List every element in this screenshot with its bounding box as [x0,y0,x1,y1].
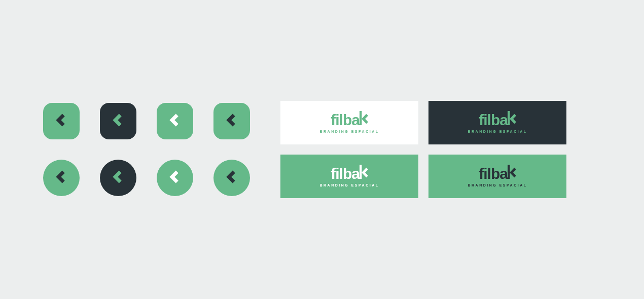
chevron-left-icon [110,168,127,188]
icon-tile-squircle-green-dark [43,103,80,139]
brand-spec-sheet: filbaBRANDING ESPACIALfilbaBRANDING ESPA… [43,101,601,198]
icon-tile-squircle-green-dark [213,103,250,139]
logo-panel-green-white: filbaBRANDING ESPACIAL [280,155,418,198]
chevron-left-icon [53,111,70,131]
icon-tile-circle-green-dark [213,160,250,196]
chevron-left-icon [53,168,70,188]
brand-tagline: BRANDING ESPACIAL [319,183,379,187]
brand-name-text: filba [331,113,360,128]
brand-tagline: BRANDING ESPACIAL [468,183,527,187]
icon-tile-circle-green-white [157,160,193,196]
brand-wordmark: filba [479,113,516,128]
brand-wordmark: filba [331,113,368,128]
logo-panel-green-dark: filbaBRANDING ESPACIAL [428,155,566,198]
icon-tile-squircle-green-white [157,103,193,139]
chevron-left-icon [166,111,184,131]
svg-rect-1 [508,111,510,126]
logo-panel-white-green: filbaBRANDING ESPACIAL [280,101,418,144]
logo-panel-dark-green: filbaBRANDING ESPACIAL [428,101,566,144]
chevron-left-icon [166,168,184,188]
brand-name-text: filba [479,113,508,128]
brand-tagline: BRANDING ESPACIAL [319,130,379,133]
brand-wordmark: filba [479,166,516,181]
brand-tagline: BRANDING ESPACIAL [468,130,527,133]
icon-tile-circle-dark-green [100,160,136,196]
svg-rect-3 [508,165,510,179]
icon-tile-circle-green-dark [43,160,80,196]
icon-variants-grid [43,103,250,196]
icon-tile-squircle-dark-green [100,103,136,139]
brand-name-text: filba [331,166,360,181]
chevron-left-icon [223,111,240,131]
svg-rect-0 [360,111,362,126]
svg-rect-2 [360,165,362,179]
logo-variants-grid: filbaBRANDING ESPACIALfilbaBRANDING ESPA… [280,101,566,198]
chevron-left-icon [110,111,127,131]
brand-name-text: filba [479,166,508,181]
brand-wordmark: filba [331,166,368,181]
chevron-left-icon [223,168,240,188]
